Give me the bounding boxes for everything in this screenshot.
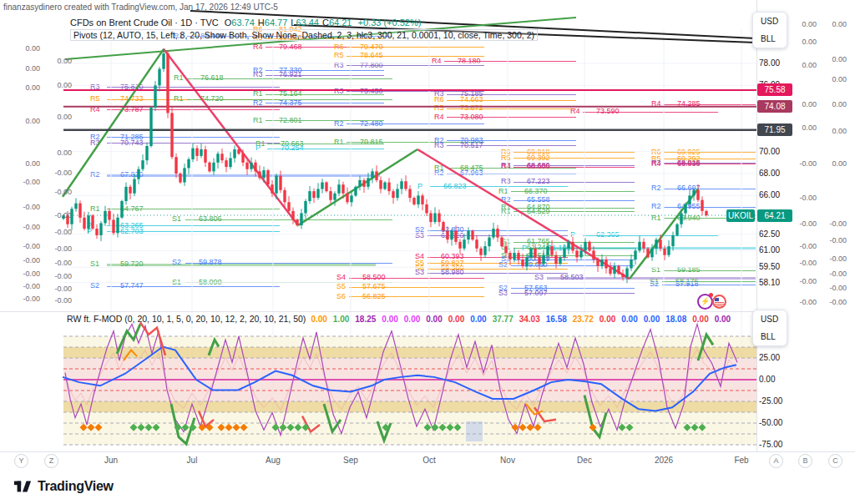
tradingview-logo-icon xyxy=(13,477,32,496)
change-value: +0.33 (+0.52%) xyxy=(358,18,422,28)
oscillator-value: 1.00 xyxy=(333,315,349,324)
pivot-value: 58.500 xyxy=(362,274,386,281)
pivots-indicator-legend[interactable]: Pivots (12, AUTO, 15, Left, 8, 20, Show … xyxy=(70,29,538,41)
pivot-value: 74.720 xyxy=(200,95,224,103)
pivot-value: 70.254 xyxy=(281,144,304,152)
ohlc-values: O63.74H64.77L63.44C64.21 xyxy=(221,18,352,28)
bll-button-lower[interactable]: BLL xyxy=(753,328,787,345)
pivot-label: R1 xyxy=(334,139,344,146)
oscillator-value: 0.00 xyxy=(715,315,731,324)
time-axis-label[interactable]: Aug xyxy=(266,456,281,465)
pivot-value: 60.169 xyxy=(527,255,550,263)
usd-button[interactable]: USD xyxy=(753,13,787,30)
zero-value-right: 0.00 xyxy=(818,75,847,83)
pivot-label: S6 xyxy=(336,293,346,300)
pivot-value: 66.370 xyxy=(524,188,548,195)
pivot-value: 57.675 xyxy=(362,283,386,290)
pivot-line xyxy=(107,264,376,266)
time-axis-label[interactable]: Jul xyxy=(187,456,198,465)
flag-stripes xyxy=(715,302,724,306)
pivot-label: R4 xyxy=(651,100,661,108)
pivot-label: R5 xyxy=(434,104,444,112)
time-axis-marker-b[interactable]: B xyxy=(798,454,812,468)
pivot-label: R3 xyxy=(501,178,511,185)
us-flag-icon[interactable] xyxy=(712,295,726,309)
time-axis-label[interactable]: Dec xyxy=(577,456,592,465)
zero-value-right: 0.00 xyxy=(818,55,847,63)
oscillator-legend[interactable]: RW ft. F-MOD (0, 20, 10, 1, 5, 0, 20, 10… xyxy=(67,314,736,324)
pivot-label: S1 xyxy=(651,266,660,274)
pivot-label: S2 xyxy=(172,259,181,266)
zero-value-right: -0.00 xyxy=(818,270,847,278)
oscillator-value: 0.00 xyxy=(448,315,464,324)
tradingview-logo-text: TradingView xyxy=(38,479,114,494)
time-axis-label[interactable]: Sep xyxy=(343,456,358,465)
time-axis-marker-y[interactable]: Y xyxy=(14,454,28,468)
pivot-label: R4 xyxy=(434,113,444,121)
zero-value-right: 0.00 xyxy=(788,61,817,69)
pivot-label: R1 xyxy=(253,90,263,98)
oscillator-value: 0.00 xyxy=(426,315,442,324)
pivot-label: R4 xyxy=(90,106,100,113)
symbol-title[interactable]: CFDs on Brent Crude Oil · 1D · TVC xyxy=(70,18,219,28)
time-axis[interactable]: JunJulAugSepOctNovDec2026FebYZABC xyxy=(0,451,855,471)
pane-divider[interactable] xyxy=(0,311,756,312)
time-axis-marker-z[interactable]: Z xyxy=(44,454,58,468)
pivot-value: 59.185 xyxy=(677,266,701,274)
pivot-label: R2 xyxy=(651,203,661,210)
pivot-label: S3 xyxy=(534,274,544,281)
bll-button[interactable]: BLL xyxy=(753,30,787,48)
oscillator-value: 0.00 xyxy=(644,315,660,324)
oscillator-axis-label: -50.00 xyxy=(759,418,782,427)
pivot-label: P xyxy=(570,231,575,239)
pivot-label: R1 xyxy=(174,95,184,103)
flag-canton xyxy=(715,298,719,301)
zero-value-left: 0.00 xyxy=(12,64,40,73)
pivot-value: 70.815 xyxy=(360,139,383,146)
pivot-label: R4 xyxy=(501,163,511,170)
time-axis-label[interactable]: Oct xyxy=(422,456,436,465)
pivot-value: 68.606 xyxy=(527,163,550,170)
time-axis-label[interactable]: Nov xyxy=(500,456,515,465)
oscillator-value: 0.00 xyxy=(382,315,397,324)
zero-value-right: 0.00 xyxy=(788,20,817,28)
zero-value-left: 0.00 xyxy=(43,149,72,157)
pivot-value: 78.645 xyxy=(360,52,383,59)
time-axis-label[interactable]: Jun xyxy=(104,456,118,465)
zero-value-right: 0.00 xyxy=(788,38,817,46)
pivot-value: 61.190 xyxy=(548,244,571,252)
price-axis-label: 68.00 xyxy=(759,169,780,178)
pivot-value: 57.747 xyxy=(120,282,144,290)
pivot-label: R3 xyxy=(253,71,263,78)
pivot-value: 62.703 xyxy=(120,228,144,235)
pivot-value: 70.743 xyxy=(120,139,144,147)
time-axis-marker-c[interactable]: C xyxy=(828,454,842,468)
time-axis-label[interactable]: Feb xyxy=(734,456,748,465)
tradingview-logo[interactable]: TradingView xyxy=(13,477,114,496)
zero-value-left: -0.00 xyxy=(43,285,72,293)
zero-value-left: -0.00 xyxy=(43,188,72,196)
pivot-value: 67.963 xyxy=(460,169,483,177)
zero-value-left: 0.00 xyxy=(43,57,72,65)
usd-button-lower[interactable]: USD xyxy=(753,310,787,328)
pivot-label: S2 xyxy=(501,255,510,263)
zero-value-left: -0.00 xyxy=(12,256,40,265)
symbol-legend[interactable]: CFDs on Brent Crude Oil · 1D · TVC O63.7… xyxy=(70,18,421,28)
price-badge: 64.21 xyxy=(757,209,792,222)
time-axis-marker-a[interactable]: A xyxy=(769,454,783,468)
oscillator-value: 18.25 xyxy=(355,315,376,324)
time-axis-label[interactable]: 2026 xyxy=(655,456,673,465)
pivot-value: 73.787 xyxy=(120,106,144,113)
zero-value-left: 0.00 xyxy=(12,117,40,125)
oscillator-title[interactable]: RW ft. F-MOD (0, 20, 10, 1, 5, 0, 20, 10… xyxy=(67,314,306,324)
pivot-label: S3 xyxy=(415,232,424,239)
zero-value-left: -0.00 xyxy=(12,270,40,278)
pivot-label: S2 xyxy=(650,280,659,288)
oscillator-axis-label: -75.00 xyxy=(759,440,782,449)
pivot-label: S3 xyxy=(498,290,508,297)
pivot-value: 57.097 xyxy=(524,290,548,297)
pivot-label: S1 xyxy=(90,260,99,268)
oscillator-value: 0.00 xyxy=(311,315,326,324)
pivot-value: 61.243 xyxy=(527,244,550,251)
zero-value-left: -0.00 xyxy=(43,169,72,177)
